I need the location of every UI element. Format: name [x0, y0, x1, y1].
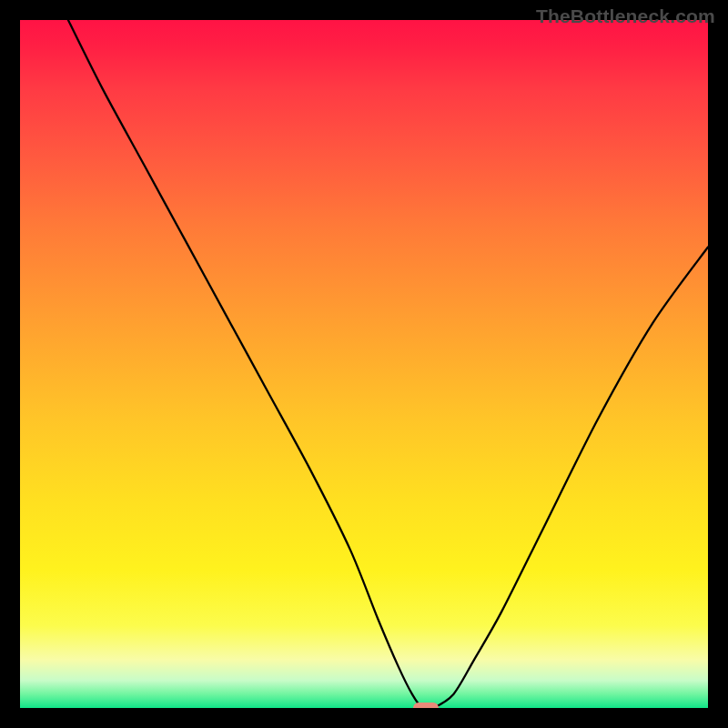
minimum-marker — [413, 703, 440, 708]
chart-frame: TheBottleneck.com — [0, 0, 728, 728]
plot-area — [20, 20, 708, 708]
bottleneck-curve — [20, 20, 708, 708]
watermark-text: TheBottleneck.com — [536, 5, 715, 27]
